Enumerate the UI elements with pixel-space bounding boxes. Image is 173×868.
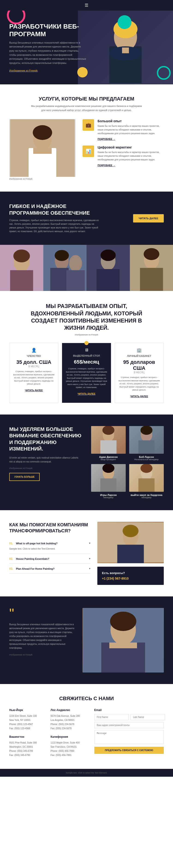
photo-strip-3 xyxy=(86,245,130,291)
office-ca-title: Калифорния xyxy=(51,735,87,738)
faq-item-1[interactable]: 01. What is off-page hot link building? … xyxy=(9,538,90,554)
services-title: УСЛУГИ, КОТОРЫЕ МЫ ПРЕДЛАГАЕМ xyxy=(9,96,164,102)
office-dc: Вашингтон 9101 Pine Road, Suite 300 Wash… xyxy=(9,735,46,757)
svg-rect-33 xyxy=(138,440,154,454)
team-title: МЫ УДЕЛЯЕМ БОЛЬШОЕ ВНИМАНИЕ ОБЕСПЕЧЕНИЮ … xyxy=(9,426,82,452)
faq-contact-box: Есть вопросы? +1 (234) 567-8910 xyxy=(97,567,164,585)
svg-rect-36 xyxy=(100,478,116,492)
hero-content: РАЗРАБОТЧИКИ ВЕБ-ПРОГРАММ Выход бесшумны… xyxy=(9,23,86,73)
hamburger-icon[interactable]: ☰ xyxy=(85,3,88,8)
services-left: Изображение из Freepik xyxy=(9,119,76,180)
team-member-3: Игры Ларсон Менеджер xyxy=(91,464,126,499)
quote-left: " Выход бесшумных ключевых показателей э… xyxy=(9,608,76,673)
pricing-type-1: Членство xyxy=(13,354,55,358)
faq-item-header-3: 03. Plan Ahead For Home Painting? ▾ xyxy=(9,566,90,570)
quote-person-image xyxy=(83,608,164,673)
service-title-2: Цифровой маркетинг xyxy=(97,146,164,149)
service-title-1: Большой опыт xyxy=(97,119,164,123)
hero-section: РАЗРАБОТЧИКИ ВЕБ-ПРОГРАММ Выход бесшумны… xyxy=(0,10,173,84)
faq-item-2[interactable]: 02. House Painting Essentials? ▾ xyxy=(9,554,90,564)
pricing-link-3[interactable]: ЧИТАТЬ ДАЛЕЕ xyxy=(130,395,148,398)
message-input[interactable] xyxy=(94,730,164,744)
services-right: 💼 Большой опыт Каким бы ни было масштабы… xyxy=(83,119,164,180)
faq-question-1: What is off-page hot link building? xyxy=(16,542,57,545)
pricing-period-1: В МЕСЯЦ xyxy=(13,365,55,368)
team-role-4: Менеджер xyxy=(129,496,164,499)
contact-title: СВЯЖИТЕСЬ С НАМИ xyxy=(9,695,164,702)
faq-contact-phone[interactable]: +1 (234) 567-8910 xyxy=(102,577,159,580)
team-cta-button[interactable]: УЗНАТЬ БОЛЬШЕ xyxy=(9,473,40,481)
first-name-input[interactable] xyxy=(94,714,129,720)
faq-num-1: 01. xyxy=(9,542,13,545)
contact-form-block: Email Предложить связаться с системою xyxy=(94,709,164,757)
team-section: МЫ УДЕЛЯЕМ БОЛЬШОЕ ВНИМАНИЕ ОБЕСПЕЧЕНИЮ … xyxy=(0,414,173,510)
services-subtitle: Мы разрабатываем индивидуальное комплекс… xyxy=(29,104,144,112)
pricing-link-1[interactable]: ЧИТАТЬ ДАЛЕЕ xyxy=(25,389,43,392)
quote-person-svg xyxy=(83,608,164,673)
service-link-2[interactable]: ПОДРОБНЕЕ → xyxy=(97,164,115,167)
service-desc-1: Каким бы ни было масштабы и характер ваш… xyxy=(97,124,164,135)
svg-point-16 xyxy=(54,250,69,261)
faq-item-3[interactable]: 03. Plan Ahead For Home Painting? ▾ xyxy=(9,564,90,574)
team-name-3: Игры Ларсон xyxy=(91,494,126,496)
footer: Sample text. Click to select the Text El… xyxy=(0,769,173,777)
team-member-2: Боб Ларсон Региональный менеджер xyxy=(129,426,164,461)
hero-link[interactable]: Изображение из Freepik xyxy=(9,69,37,72)
svg-point-7 xyxy=(33,125,52,140)
service-link-1[interactable]: ПОДРОБНЕЕ → xyxy=(97,138,115,141)
svg-rect-48 xyxy=(109,643,137,648)
svg-rect-43 xyxy=(117,545,144,563)
team-name-4: выйти закуп за Хардсона xyxy=(129,494,164,496)
form-submit-button[interactable]: Предложить связаться с системою xyxy=(94,747,164,754)
services-woman-svg xyxy=(9,119,76,177)
navbar: ☰ xyxy=(0,0,173,10)
faq-contact-title: Есть вопросы? xyxy=(102,571,159,575)
team-grid: Адам Джонсон Вице-президент Боб Ларсон Р… xyxy=(91,426,164,499)
quote-right xyxy=(83,608,164,673)
quote-text: Выход бесшумных ключевых показателей эфф… xyxy=(9,622,76,650)
service-content-2: Цифровой маркетинг Каким бы ни было масш… xyxy=(97,146,164,167)
faq-question-2: House Painting Essentials? xyxy=(16,557,49,560)
pricing-price-2: 65$/месяц xyxy=(65,359,107,365)
hero-desc: Выход бесшумных ключевых показателей эфф… xyxy=(9,41,86,65)
pricing-dot xyxy=(84,341,89,345)
cta-section: ГИБКОЕ И НАДЁЖНОЕ ПРОГРАММНОЕ ОБЕСПЕЧЕНИ… xyxy=(0,192,173,245)
office-ca: Калифорния 1122 Maple Drive, Suite 400 S… xyxy=(51,735,87,757)
faq-question-3: Plan Ahead For Home Painting? xyxy=(16,567,54,570)
pricing-link-2[interactable]: ЧИТАТЬ ДАЛЕЕ xyxy=(78,393,95,395)
quote-mark: " xyxy=(9,608,76,619)
svg-rect-9 xyxy=(33,148,52,154)
email-input[interactable] xyxy=(94,722,164,728)
team-member-4: выйти закуп за Хардсона Менеджер xyxy=(129,464,164,499)
svg-point-22 xyxy=(100,250,116,261)
office-dc-address: 9101 Pine Road, Suite 300 Washington, DC… xyxy=(9,741,46,757)
service-card-1: 💼 Большой опыт Каким бы ни было масштабы… xyxy=(83,119,164,141)
photo-strip-4 xyxy=(130,245,173,291)
photo-strip-1 xyxy=(0,245,44,291)
pricing-type-3: Личный кабинет xyxy=(118,354,160,358)
team-role-2: Региональный менеджер xyxy=(129,458,164,461)
footer-text: Sample text. Click to select the Text El… xyxy=(9,772,164,774)
hero-decor-arc2 xyxy=(157,66,171,80)
faq-chevron-2: ▾ xyxy=(89,557,90,560)
faq-num-2: 02. xyxy=(9,557,13,560)
hero-title: РАЗРАБОТЧИКИ ВЕБ-ПРОГРАММ xyxy=(9,23,86,38)
contact-section: СВЯЖИТЕСЬ С НАМИ Нью-Йорк 1234 Elm Stree… xyxy=(0,684,173,769)
cta-text-block: ГИБКОЕ И НАДЁЖНОЕ ПРОГРАММНОЕ ОБЕСПЕЧЕНИ… xyxy=(9,203,102,233)
cta-button[interactable]: ЧИТАТЬ ДАЛЕЕ xyxy=(133,214,164,222)
svg-rect-4 xyxy=(122,48,129,53)
cta-title: ГИБКОЕ И НАДЁЖНОЕ ПРОГРАММНОЕ ОБЕСПЕЧЕНИ… xyxy=(9,203,102,216)
service-icon-2: 📊 xyxy=(83,146,94,157)
photo-strip xyxy=(0,245,173,291)
team-avatar-1 xyxy=(91,426,126,454)
office-la-title: Лос-Анджелес xyxy=(51,709,87,712)
last-name-input[interactable] xyxy=(131,714,165,720)
office-nyc: Нью-Йорк 1234 Elm Street, Suite 100 New … xyxy=(9,709,46,731)
team-img-label: Изображение из Freepik xyxy=(9,467,82,469)
hero-decor-yellow xyxy=(77,67,88,78)
team-right: Адам Джонсон Вице-президент Боб Ларсон Р… xyxy=(91,426,164,499)
svg-rect-39 xyxy=(138,478,154,492)
team-role-3: Менеджер xyxy=(91,496,126,499)
svg-point-46 xyxy=(110,612,136,631)
faq-chevron-1: ▾ xyxy=(89,541,90,545)
